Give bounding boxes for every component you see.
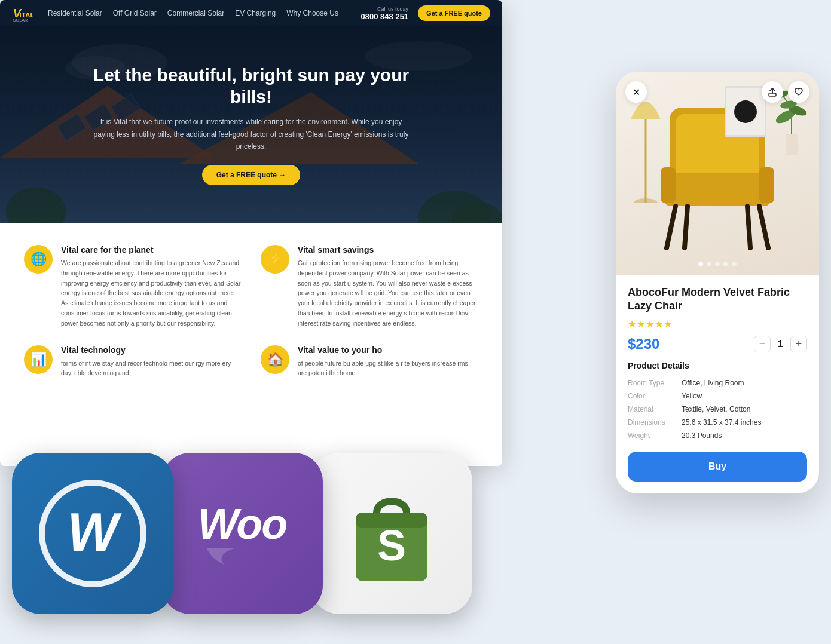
detail-label-color: Color bbox=[628, 390, 682, 403]
nav-phone: Call us today 0800 848 251 bbox=[361, 6, 409, 21]
product-details-table: Room Type Office, Living Room Color Yell… bbox=[628, 376, 807, 442]
feature-tech-text: Vital technology forms of nt we stay and… bbox=[61, 345, 242, 379]
mobile-top-buttons: ✕ bbox=[616, 81, 819, 103]
savings-icon: ⚡ bbox=[261, 245, 289, 274]
feature-value: 🏠 Vital value to your ho of people futur… bbox=[261, 345, 478, 379]
value-icon: 🏠 bbox=[261, 345, 289, 374]
share-button[interactable] bbox=[762, 81, 783, 103]
close-button[interactable]: ✕ bbox=[625, 81, 647, 103]
quantity-control: − 1 + bbox=[754, 336, 807, 352]
detail-label-room: Room Type bbox=[628, 376, 682, 390]
detail-room-type: Room Type Office, Living Room bbox=[628, 376, 807, 390]
woo-text: Woo bbox=[198, 502, 287, 545]
image-dots bbox=[698, 262, 737, 266]
detail-label-dimensions: Dimensions bbox=[628, 416, 682, 429]
feature-savings: ⚡ Vital smart savings Gain protection fr… bbox=[261, 245, 478, 329]
detail-value-dimensions: 25.6 x 31.5 x 37.4 inches bbox=[682, 416, 807, 429]
heart-icon bbox=[794, 87, 803, 97]
svg-rect-23 bbox=[664, 173, 771, 206]
dot-2 bbox=[707, 262, 711, 266]
detail-material: Material Textile, Velvet, Cotton bbox=[628, 403, 807, 416]
hero-content: Let the beautiful, bright sun pay your b… bbox=[90, 65, 413, 185]
nav-cta-button[interactable]: Get a FREE quote bbox=[418, 5, 490, 21]
hero-cta-button[interactable]: Get a FREE quote → bbox=[202, 165, 301, 185]
mobile-product-card: ✕ bbox=[616, 72, 819, 493]
nav-right: Call us today 0800 848 251 Get a FREE qu… bbox=[361, 5, 490, 21]
detail-label-weight: Weight bbox=[628, 429, 682, 442]
svg-line-26 bbox=[685, 206, 688, 248]
svg-line-24 bbox=[667, 206, 676, 248]
solar-website: V ITAL SOLAR Residential Solar Off Grid … bbox=[0, 0, 502, 466]
product-stars: ★★★★★ bbox=[628, 318, 807, 330]
solar-hero: Let the beautiful, bright sun pay your b… bbox=[0, 26, 502, 223]
woo-bubble: Woo bbox=[198, 502, 287, 565]
svg-line-25 bbox=[759, 206, 768, 248]
svg-rect-18 bbox=[356, 513, 427, 528]
feature-value-text: Vital value to your ho of people future … bbox=[298, 345, 478, 379]
feature-savings-desc: Gain protection from rising power become… bbox=[298, 258, 478, 329]
solar-nav: V ITAL SOLAR Residential Solar Off Grid … bbox=[0, 0, 502, 26]
nav-links: Residential Solar Off Grid Solar Commerc… bbox=[48, 9, 347, 17]
product-details-title: Product Details bbox=[628, 361, 807, 370]
buy-button[interactable]: Buy bbox=[628, 452, 807, 482]
dot-1 bbox=[698, 262, 703, 266]
feature-planet-desc: We are passionate about contributing to … bbox=[61, 258, 242, 329]
svg-line-27 bbox=[747, 206, 750, 248]
svg-rect-39 bbox=[769, 93, 776, 96]
dot-3 bbox=[715, 262, 720, 266]
detail-label-material: Material bbox=[628, 403, 682, 416]
wp-circle: W bbox=[39, 480, 146, 587]
product-title: AbocoFur Modern Velvet Fabric Lazy Chair bbox=[628, 286, 807, 314]
feature-value-desc: of people future bu able upg st like a r… bbox=[298, 358, 478, 379]
tech-icon: 📊 bbox=[24, 345, 53, 374]
detail-value-material: Textile, Velvet, Cotton bbox=[682, 403, 807, 416]
nav-whychoose[interactable]: Why Choose Us bbox=[286, 9, 338, 17]
wordpress-icon[interactable]: W bbox=[12, 453, 173, 614]
feature-savings-title: Vital smart savings bbox=[298, 245, 478, 254]
feature-tech-title: Vital technology bbox=[61, 345, 242, 355]
shopify-icon[interactable]: S bbox=[311, 453, 472, 614]
detail-dimensions: Dimensions 25.6 x 31.5 x 37.4 inches bbox=[628, 416, 807, 429]
dot-5 bbox=[732, 262, 737, 266]
hero-subtitle: It is Vital that we future proof our inv… bbox=[90, 116, 413, 152]
solar-features: 🌐 Vital care for the planet We are passi… bbox=[0, 223, 502, 400]
product-card-body: AbocoFur Modern Velvet Fabric Lazy Chair… bbox=[616, 275, 819, 493]
solar-logo: V ITAL SOLAR bbox=[12, 2, 33, 24]
nav-call-label: Call us today bbox=[361, 6, 409, 12]
wishlist-button[interactable] bbox=[788, 81, 809, 103]
nav-phone-number: 0800 848 251 bbox=[361, 12, 409, 21]
detail-value-weight: 20.3 Pounds bbox=[682, 429, 807, 442]
detail-value-color: Yellow bbox=[682, 390, 807, 403]
nav-residential[interactable]: Residential Solar bbox=[48, 9, 102, 17]
dot-4 bbox=[723, 262, 728, 266]
qty-decrease-button[interactable]: − bbox=[754, 336, 771, 352]
price-row: $230 − 1 + bbox=[628, 336, 807, 352]
nav-offgrid[interactable]: Off Grid Solar bbox=[113, 9, 157, 17]
svg-text:SOLAR: SOLAR bbox=[13, 17, 28, 23]
share-icon bbox=[768, 87, 777, 97]
detail-weight: Weight 20.3 Pounds bbox=[628, 429, 807, 442]
nav-ev[interactable]: EV Charging bbox=[235, 9, 276, 17]
planet-icon: 🌐 bbox=[24, 245, 53, 274]
nav-commercial[interactable]: Commercial Solar bbox=[167, 9, 224, 17]
qty-increase-button[interactable]: + bbox=[790, 336, 807, 352]
feature-planet: 🌐 Vital care for the planet We are passi… bbox=[24, 245, 242, 329]
svg-point-20 bbox=[634, 198, 658, 203]
svg-rect-29 bbox=[759, 167, 774, 203]
shopify-bag-svg: S bbox=[344, 480, 439, 587]
woocommerce-icon[interactable]: Woo bbox=[161, 453, 323, 614]
feature-planet-text: Vital care for the planet We are passion… bbox=[61, 245, 242, 329]
product-price: $230 bbox=[628, 336, 659, 352]
detail-color: Color Yellow bbox=[628, 390, 807, 403]
app-icons-row: W Woo S bbox=[12, 453, 472, 614]
feature-tech: 📊 Vital technology forms of nt we stay a… bbox=[24, 345, 242, 379]
mobile-top-right bbox=[762, 81, 809, 103]
qty-value: 1 bbox=[778, 339, 783, 349]
svg-text:S: S bbox=[377, 522, 406, 569]
feature-savings-text: Vital smart savings Gain protection from… bbox=[298, 245, 478, 329]
feature-tech-desc: forms of nt we stay and recor technolo m… bbox=[61, 358, 242, 379]
feature-value-title: Vital value to your ho bbox=[298, 345, 478, 355]
wp-w-letter: W bbox=[68, 505, 118, 559]
detail-value-room: Office, Living Room bbox=[682, 376, 807, 390]
feature-planet-title: Vital care for the planet bbox=[61, 245, 242, 254]
